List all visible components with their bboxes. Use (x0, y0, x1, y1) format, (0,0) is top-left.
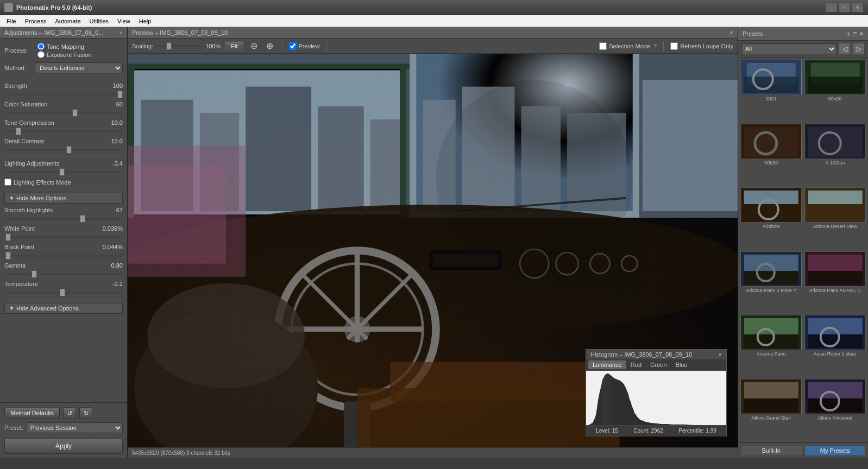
minimize-button[interactable]: _ (826, 3, 838, 12)
preset-row: Preset: Previous Session (4, 422, 123, 433)
histogram-info: Level: 15 Count: 2962 Percentile: 1.99 (586, 425, 726, 436)
color-saturation-slider[interactable] (4, 112, 123, 114)
strength-slider[interactable] (4, 93, 123, 96)
method-row: Method: Details Enhancer (4, 62, 123, 73)
temperature-value: -2.2 (101, 281, 123, 287)
svg-rect-64 (744, 191, 798, 204)
hide-more-options-header[interactable]: ▼ Hide More Options (4, 193, 123, 204)
presets-menu-icon[interactable]: ≡ (853, 29, 857, 38)
menu-file[interactable]: File (2, 17, 21, 26)
menu-process[interactable]: Process (21, 17, 51, 26)
menu-view[interactable]: View (113, 17, 135, 26)
preset-nav-right[interactable]: ▷ (853, 43, 865, 55)
percentile-value: 1.99 (706, 428, 716, 434)
black-point-label: Black Point (4, 244, 34, 250)
histogram-tab-red[interactable]: Red (626, 360, 646, 369)
menu-help[interactable]: Help (135, 17, 156, 26)
built-in-tab[interactable]: Built-In (740, 445, 802, 456)
preset-item-airshow[interactable]: Airshow (740, 187, 802, 249)
detail-contrast-slider[interactable] (4, 149, 123, 151)
histogram-close[interactable]: × (719, 351, 722, 358)
presets-close-icon[interactable]: × (859, 29, 864, 38)
lighting-adjustments-slider[interactable] (4, 171, 123, 173)
adjustments-tab-close[interactable]: × (119, 29, 123, 36)
preset-label-00b00: 00b00 (740, 159, 802, 167)
process-radio-group: Tone Mapping Exposure Fusion (37, 43, 92, 58)
histogram-svg (586, 371, 726, 425)
histogram-tab-green[interactable]: Green (646, 360, 671, 369)
method-defaults-button[interactable]: Method Defaults (4, 408, 60, 419)
close-button[interactable]: × (852, 3, 864, 12)
process-label: Process: (4, 47, 28, 54)
presets-filter-select[interactable]: All (741, 43, 836, 54)
gamma-slider[interactable] (4, 273, 123, 275)
maximize-button[interactable]: □ (839, 3, 851, 12)
undo-button[interactable]: ↺ (63, 407, 76, 419)
my-presets-tab[interactable]: My Presets (804, 445, 866, 456)
preview-check-row: Preview (289, 42, 320, 50)
histogram-tab-luminance[interactable]: Luminance (588, 360, 626, 369)
preset-thumb-airshow (740, 187, 802, 223)
preset-thumb-00a00 (804, 60, 866, 95)
preset-label: Preset: (4, 424, 23, 431)
scaling-slider[interactable] (158, 45, 201, 47)
toolbar-sep-2 (326, 41, 327, 51)
preset-item-arizona-desert[interactable]: Arizona Desert View (804, 187, 866, 249)
presets-title: Presets (743, 30, 763, 37)
detail-contrast-value: 10.0 (101, 138, 123, 144)
svg-rect-76 (808, 271, 862, 284)
preset-item-arizona-pano-again[interactable]: Arizona Pano AGAIN, C (804, 251, 866, 313)
zoom-out-button[interactable]: ⊖ (248, 41, 260, 51)
preset-item-00b00[interactable]: 00b00 (740, 124, 802, 186)
process-section: Process: Tone Mapping Exposure Fusion (4, 43, 123, 58)
white-point-slider[interactable] (4, 236, 123, 238)
refresh-loupe-checkbox[interactable] (670, 42, 678, 50)
histogram-title-text: Histogram – IMG_3806_07_08_09_10 (590, 351, 692, 358)
preset-thumb-arizona-pano2 (740, 251, 802, 287)
fit-button[interactable]: Fit (225, 41, 243, 51)
preset-label-00a00: 00a00 (804, 95, 866, 103)
preset-thumb-arizona-desert (804, 187, 866, 223)
preview-tab-close[interactable]: × (730, 29, 733, 36)
menu-utilities[interactable]: Utilities (85, 17, 113, 26)
preset-select[interactable]: Previous Session (27, 422, 123, 433)
preset-thumb-atkins-grand (740, 379, 802, 414)
preset-item-00a00[interactable]: 00a00 (804, 60, 866, 122)
tone-mapping-radio[interactable] (37, 43, 45, 50)
histogram-title: Histogram – IMG_3806_07_08_09_10 × (586, 350, 726, 359)
hide-advanced-options-header[interactable]: ▼ Hide Advanced Options (4, 303, 123, 314)
count-value: 2962 (651, 428, 663, 434)
zoom-in-button[interactable]: ⊕ (264, 41, 275, 51)
smooth-highlights-slider[interactable] (4, 218, 123, 220)
histogram-tab-blue[interactable]: Blue (671, 360, 692, 369)
preset-item-arizona-pano2[interactable]: Arizona Pano 2 More Y (740, 251, 802, 313)
preset-item-atkins-kirk[interactable]: Atkins Kirkwood (804, 379, 866, 441)
presets-add-icon[interactable]: + (846, 29, 850, 38)
selection-mode-checkbox[interactable] (599, 42, 607, 50)
preset-item-0001[interactable]: 0001 (740, 60, 802, 122)
tone-compression-slider[interactable] (4, 130, 123, 132)
exposure-fusion-radio[interactable] (37, 51, 45, 58)
white-point-slider-row: White Point 0.036% (4, 225, 123, 239)
preview-checkbox[interactable] (289, 42, 297, 50)
temperature-slider[interactable] (4, 291, 123, 294)
svg-rect-72 (744, 271, 798, 284)
preset-nav-left[interactable]: ◁ (839, 43, 851, 55)
preset-thumb-arizona-pano-again (804, 251, 866, 287)
histogram-tabs: Luminance Red Green Blue (586, 359, 726, 371)
lighting-adjustments-label: Lighting Adjustments (4, 160, 60, 167)
strength-label: Strength (4, 83, 27, 89)
app-icon (4, 3, 13, 12)
smooth-highlights-value: 67 (101, 207, 123, 213)
preset-item-asian-room[interactable]: Asian Room 1 bluer (804, 315, 866, 377)
black-point-slider[interactable] (4, 255, 123, 257)
preset-item-atkins-grand[interactable]: Atkins Grand Stair (740, 379, 802, 441)
help-icon[interactable]: ? (653, 43, 657, 49)
preset-item-a10gun[interactable]: A-10Gun (804, 124, 866, 186)
preset-item-arizona-pano[interactable]: Arizona Pano (740, 315, 802, 377)
method-select[interactable]: Details Enhancer (35, 62, 123, 73)
apply-button[interactable]: Apply (4, 439, 123, 454)
menu-automate[interactable]: Automate (51, 17, 85, 26)
lighting-effects-checkbox[interactable] (4, 179, 11, 186)
redo-button[interactable]: ↻ (79, 407, 92, 419)
